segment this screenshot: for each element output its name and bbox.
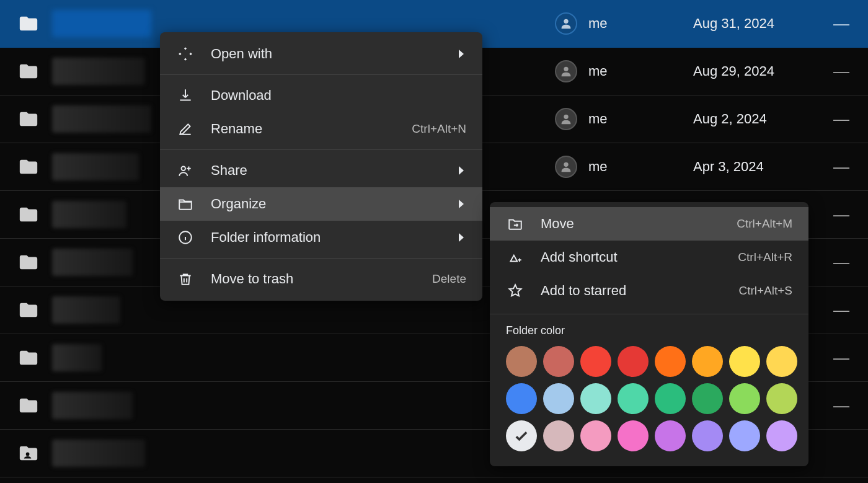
svg-point-0 — [564, 19, 568, 24]
share-icon — [176, 161, 195, 180]
size-cell: — — [833, 253, 849, 272]
color-swatch[interactable] — [506, 346, 537, 377]
avatar-icon — [555, 108, 577, 130]
avatar-icon — [555, 12, 577, 35]
color-swatch[interactable] — [655, 383, 686, 414]
folder-icon — [16, 202, 41, 227]
color-swatch[interactable] — [580, 420, 611, 451]
color-swatch[interactable] — [692, 383, 723, 414]
info-icon — [176, 228, 195, 247]
size-cell: — — [833, 301, 849, 320]
svg-point-5 — [182, 167, 186, 171]
menu-label: Folder information — [211, 229, 466, 246]
color-swatch[interactable] — [618, 383, 649, 414]
color-swatch[interactable] — [766, 383, 797, 414]
color-swatch[interactable] — [692, 420, 723, 451]
file-name-redacted — [52, 10, 151, 37]
owner-cell: me — [555, 108, 608, 130]
move-icon — [506, 215, 525, 233]
color-swatch[interactable] — [729, 383, 760, 414]
color-swatch[interactable] — [580, 346, 611, 377]
color-swatch[interactable] — [655, 346, 686, 377]
menu-label: Add to starred — [541, 283, 738, 299]
folder-icon — [16, 298, 41, 322]
size-cell: — — [833, 205, 849, 224]
organize-submenu: Move Ctrl+Alt+M Add shortcut Ctrl+Alt+R … — [490, 202, 808, 466]
shared-folder-icon — [16, 441, 41, 466]
folder-icon — [16, 11, 41, 36]
avatar-icon — [555, 156, 577, 178]
svg-point-2 — [564, 115, 568, 119]
menu-open-with[interactable]: Open with — [160, 37, 482, 71]
color-swatch[interactable] — [692, 346, 723, 377]
date-cell: Aug 29, 2024 — [693, 63, 774, 79]
file-name-redacted — [52, 296, 120, 324]
open-with-icon — [176, 45, 195, 63]
file-name-redacted — [52, 344, 102, 371]
file-name-redacted — [52, 153, 139, 180]
rename-icon — [176, 120, 195, 138]
color-swatch[interactable] — [543, 346, 574, 377]
color-swatch[interactable] — [580, 383, 611, 414]
color-swatch[interactable] — [766, 420, 797, 451]
menu-label: Move — [541, 216, 737, 232]
owner-cell: me — [555, 60, 608, 82]
color-swatch[interactable] — [618, 420, 649, 451]
file-name-redacted — [52, 58, 145, 85]
folder-icon — [16, 345, 41, 370]
svg-point-3 — [564, 162, 568, 167]
menu-shortcut: Ctrl+Alt+R — [738, 250, 792, 264]
folder-icon — [16, 393, 41, 418]
owner-cell: me — [555, 12, 608, 35]
folder-color-title: Folder color — [490, 321, 808, 346]
check-icon — [513, 427, 530, 445]
color-swatch[interactable] — [506, 383, 537, 414]
size-cell: — — [833, 348, 849, 368]
color-swatch[interactable] — [655, 420, 686, 451]
color-swatch[interactable] — [506, 420, 537, 451]
size-cell: — — [833, 110, 849, 129]
menu-shortcut: Ctrl+Alt+S — [738, 284, 792, 298]
folder-icon — [16, 250, 41, 275]
date-cell: Aug 2, 2024 — [693, 111, 767, 127]
file-name-redacted — [52, 392, 133, 419]
svg-point-1 — [564, 67, 568, 71]
color-swatch[interactable] — [618, 346, 649, 377]
menu-label: Move to trash — [211, 271, 432, 287]
owner-label: me — [588, 63, 608, 79]
menu-download[interactable]: Download — [160, 79, 482, 112]
owner-label: me — [588, 111, 608, 127]
star-icon — [506, 281, 525, 300]
file-name-redacted — [52, 249, 133, 276]
menu-label: Rename — [211, 121, 412, 137]
menu-divider — [160, 258, 482, 259]
menu-organize[interactable]: Organize — [160, 187, 482, 221]
submenu-add-to-starred[interactable]: Add to starred Ctrl+Alt+S — [490, 274, 808, 308]
color-swatch[interactable] — [766, 346, 797, 377]
file-name-redacted — [52, 440, 145, 467]
menu-label: Open with — [211, 46, 466, 62]
chevron-right-icon — [459, 233, 464, 242]
owner-label: me — [588, 16, 608, 32]
menu-folder-information[interactable]: Folder information — [160, 221, 482, 254]
menu-rename[interactable]: Rename Ctrl+Alt+N — [160, 112, 482, 146]
file-name-redacted — [52, 201, 126, 228]
file-name-redacted — [52, 105, 151, 133]
menu-move-to-trash[interactable]: Move to trash Delete — [160, 262, 482, 296]
date-cell: Aug 31, 2024 — [693, 16, 774, 32]
color-swatch-grid — [490, 346, 808, 451]
submenu-add-shortcut[interactable]: Add shortcut Ctrl+Alt+R — [490, 241, 808, 274]
menu-share[interactable]: Share — [160, 154, 482, 187]
color-swatch[interactable] — [729, 346, 760, 377]
submenu-move[interactable]: Move Ctrl+Alt+M — [490, 207, 808, 241]
folder-icon — [16, 59, 41, 84]
context-menu: Open with Download Rename Ctrl+Alt+N Sha… — [160, 32, 482, 301]
color-swatch[interactable] — [543, 420, 574, 451]
menu-shortcut: Ctrl+Alt+N — [412, 122, 466, 136]
color-swatch[interactable] — [729, 420, 760, 451]
menu-label: Share — [211, 162, 466, 179]
folder-icon — [16, 154, 41, 179]
size-cell: — — [833, 157, 849, 177]
download-icon — [176, 86, 195, 105]
color-swatch[interactable] — [543, 383, 574, 414]
